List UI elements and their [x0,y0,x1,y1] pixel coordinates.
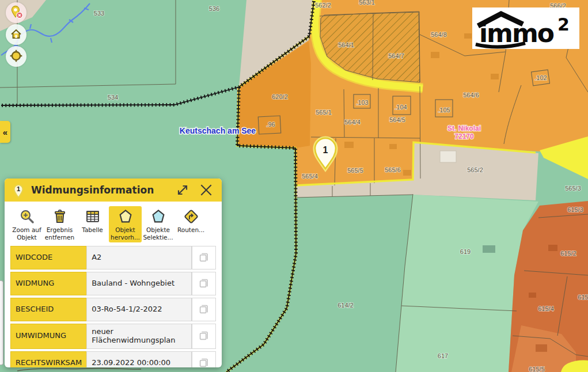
parcel-label: 565/1 [316,109,332,116]
info-row: WIDCODE A2 [10,246,216,269]
field-label: WIDMUNG [10,272,86,295]
place-label: St. Nikolai [447,124,481,132]
field-value: neuer Flächenwidmungsplan [86,324,192,349]
copy-button[interactable] [197,328,211,342]
pin-number: 1 [17,185,20,192]
parcel-label: 617 [438,352,448,359]
tool-route[interactable]: Routen... [174,206,207,236]
panel-titlebar: 1 Widmungsinformation [5,179,222,202]
info-row: UMWIDMUNG neuer Flächenwidmungsplan [10,324,216,349]
parcel-label: 615/2 [560,250,576,257]
pentagon-cyan-icon [150,208,167,225]
info-row: WIDMUNG Bauland - Wohngebiet [10,272,216,295]
parcel-label: 614/2 [337,302,354,309]
copy-button[interactable] [197,355,211,367]
field-value: A2 [86,246,192,269]
parcel-label: 564/1 [338,41,354,48]
field-value: Bauland - Wohngebiet [86,272,192,295]
parcel-label: 565/3 [565,185,581,192]
place-label: 72170 [454,132,474,141]
tool-zoom-object[interactable]: Zoom auf Objekt [10,206,43,242]
locate-button[interactable] [6,46,26,67]
copy-button[interactable] [197,276,211,290]
map-building-gray [440,151,456,162]
copy-icon [198,250,210,263]
parcel-label: 534 [108,94,118,101]
field-label: UMWIDMUNG [10,324,86,349]
field-value: 23.09.2022 00:00:00 [86,351,192,367]
parcel-label: 615/3 [567,206,583,213]
expand-button[interactable] [174,182,191,198]
info-row: RECHTSWIRKSAM 23.09.2022 00:00:00 [10,351,216,367]
remove-marker-button[interactable] [6,2,26,23]
tool-remove-result[interactable]: Ergebnis entfernen [43,206,76,242]
info-panel: 1 Widmungsinformation [5,179,222,367]
panel-toolbar: Zoom auf Objekt Ergebnis entfernen Tabel… [5,202,222,244]
home-icon [9,27,23,43]
parcel-label: .103 [356,99,368,106]
parcel-label: 565/4 [302,173,318,180]
logo: immo 2 [472,7,579,49]
marker-number: 1 [323,145,328,155]
parcel-label: 533 [94,10,104,17]
immo-logo: immo 2 [472,7,579,49]
copy-icon [198,276,210,289]
logo-exponent: 2 [557,14,570,35]
logo-text: immo [479,18,554,48]
collapse-sidebar-button[interactable]: « [0,121,10,143]
parcel-label: 619 [460,248,471,255]
parcel-label: 565/2 [467,166,483,173]
copy-icon [198,329,210,341]
home-button[interactable] [6,24,26,45]
parcel-label: .105 [438,107,450,113]
parcel-label: 564/8 [431,31,447,38]
parcel-label: 620/2 [272,93,288,100]
parcel-label: 564/7 [388,52,404,59]
copy-button[interactable] [197,250,211,264]
info-table: WIDCODE A2 WIDMUNG Bauland - Wohngebiet … [10,244,216,367]
parcel-label: 615/5 [529,366,545,372]
copy-icon [198,356,210,367]
parcel-label: 536 [209,5,219,12]
background-dialog-edge [0,280,3,365]
info-row: BESCHEID 03-Ro-54-1/2-2022 [10,298,216,321]
parcel-label: 565/6 [385,166,401,173]
close-icon [199,183,214,198]
panel-title: Widmungsinformation [31,184,168,196]
tool-table[interactable]: Tabelle [76,206,109,236]
result-pin-icon: 1 [12,181,25,199]
table-icon [84,208,101,225]
parcel-label: 615/ [578,294,588,301]
parcel-label: .104 [394,104,407,111]
parcel-label: .102 [534,74,547,81]
parcel-label: 564/6 [463,92,479,98]
route-sign-icon [183,208,200,225]
map-building-green [483,245,495,253]
field-label: BESCHEID [10,298,86,321]
parcel-label: 615/4 [538,305,554,312]
locate-icon [9,48,24,65]
pentagon-yellow-icon [117,208,134,225]
field-value: 03-Ro-54-1/2-2022 [86,298,192,321]
place-label: Keutschach am See [180,126,256,135]
close-button[interactable] [198,181,215,199]
copy-button[interactable] [197,302,211,316]
field-label: WIDCODE [10,246,86,269]
magnifier-plus-icon [18,208,36,225]
parcel-label: 563/1 [359,0,375,6]
copy-icon [198,302,210,315]
field-label: RECHTSWIRKSAM [10,351,86,367]
parcel-label: 564/4 [344,119,361,126]
parcel-label: 565/5 [347,167,363,174]
parcel-label: .96 [266,121,275,128]
marker-remove-icon [9,5,24,21]
trash-icon [51,208,69,225]
tool-highlight-object[interactable]: Objekt hervorh... [109,206,142,242]
map-controls [6,2,26,67]
parcel-label: 564/5 [389,116,405,123]
tool-select-objects[interactable]: Objekte Selektie... [142,206,174,242]
parcel-label: 562/2 [315,2,331,9]
expand-icon [176,183,189,197]
